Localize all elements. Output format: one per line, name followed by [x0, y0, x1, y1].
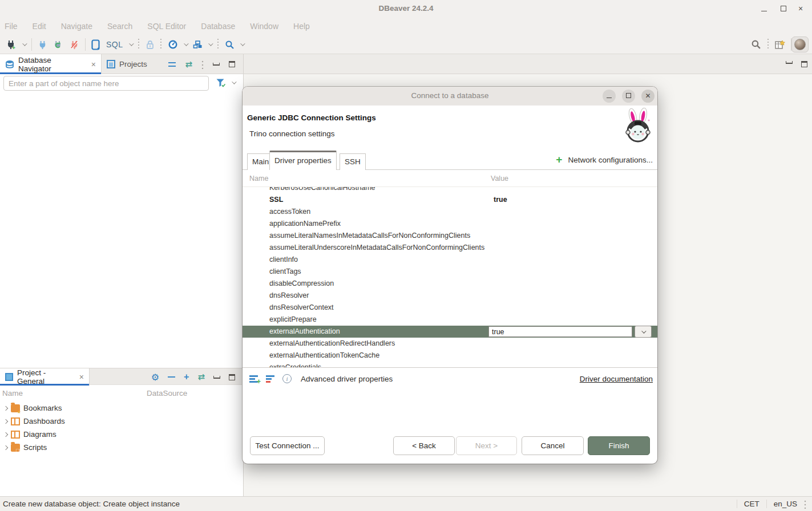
- view-menu-icon[interactable]: [201, 60, 204, 69]
- disconnect-icon[interactable]: [70, 40, 79, 50]
- tab-project-general[interactable]: Project - General ×: [0, 368, 90, 386]
- tab-database-navigator[interactable]: Database Navigator ×: [0, 54, 102, 74]
- tree-item-diagrams[interactable]: Diagrams: [0, 428, 243, 441]
- dialog-maximize-button[interactable]: [622, 90, 635, 103]
- property-row[interactable]: externalAuthentication: [243, 326, 657, 338]
- menu-navigate[interactable]: Navigate: [61, 22, 92, 31]
- property-value-dropdown-button[interactable]: [635, 326, 652, 338]
- add-property-icon[interactable]: +: [249, 375, 259, 383]
- property-value-editor[interactable]: [488, 326, 632, 337]
- menu-window[interactable]: Window: [250, 22, 278, 31]
- property-row[interactable]: explicitPrepare: [243, 314, 657, 326]
- global-search-icon[interactable]: [751, 39, 761, 50]
- test-connection-button[interactable]: Test Connection ...: [250, 436, 325, 455]
- dialog-title-bar[interactable]: Connect to a database ✕: [243, 87, 657, 106]
- user-avatar: [794, 39, 806, 50]
- column-header-name[interactable]: Name: [2, 389, 23, 398]
- driver-manager-dropdown-icon[interactable]: [208, 41, 213, 46]
- collapse-all-icon[interactable]: [168, 62, 176, 67]
- column-header-value[interactable]: Value: [491, 175, 508, 182]
- panel-minimize-icon[interactable]: [213, 63, 220, 66]
- next-button[interactable]: Next >: [456, 436, 517, 455]
- property-row[interactable]: externalAuthenticationRedirectHandlers: [243, 338, 657, 350]
- tab-close-icon[interactable]: ×: [91, 60, 96, 69]
- network-configurations-button[interactable]: + Network configurations...: [556, 155, 653, 164]
- menu-file[interactable]: File: [5, 22, 18, 31]
- status-locale[interactable]: en_US: [766, 500, 804, 508]
- reconnect-icon[interactable]: [53, 40, 64, 50]
- new-connection-dropdown-icon[interactable]: [22, 41, 27, 46]
- chevron-right-icon[interactable]: [3, 432, 8, 436]
- bookmark-table-icon[interactable]: [774, 39, 785, 50]
- editor-minimize-icon[interactable]: [786, 61, 793, 64]
- dashboard-dropdown-icon[interactable]: [184, 41, 188, 46]
- filter-dropdown-icon[interactable]: [232, 79, 236, 84]
- tab-ssh[interactable]: SSH: [340, 153, 366, 170]
- menu-help[interactable]: Help: [293, 22, 310, 31]
- object-filter-input[interactable]: [3, 76, 209, 91]
- property-row[interactable]: assumeLiteralNamesInMetadataCallsForNonC…: [243, 230, 657, 242]
- search-dropdown-icon[interactable]: [240, 41, 245, 46]
- search-icon[interactable]: [225, 40, 235, 50]
- tree-item-dashboards[interactable]: Dashboards: [0, 415, 243, 428]
- property-row[interactable]: clientInfo: [243, 254, 657, 266]
- panel-maximize-icon[interactable]: [229, 61, 235, 67]
- property-row[interactable]: dnsResolverContext: [243, 302, 657, 314]
- dialog-minimize-button[interactable]: [603, 90, 616, 103]
- property-row[interactable]: extraCredentials: [243, 362, 657, 368]
- finish-button[interactable]: Finish: [588, 436, 650, 455]
- status-handle-icon[interactable]: [804, 500, 806, 509]
- property-row[interactable]: clientTags: [243, 266, 657, 278]
- property-row[interactable]: disableCompression: [243, 278, 657, 290]
- tab-close-icon[interactable]: ×: [79, 372, 84, 382]
- link-with-editor-icon[interactable]: ⇄: [197, 372, 205, 382]
- back-button[interactable]: < Back: [393, 436, 455, 455]
- window-maximize-button[interactable]: [777, 2, 790, 15]
- expand-icon[interactable]: +: [184, 372, 189, 382]
- remove-property-icon[interactable]: [266, 375, 276, 383]
- collapse-all-icon[interactable]: [168, 376, 175, 378]
- tree-item-scripts[interactable]: Scripts: [0, 441, 243, 454]
- menu-edit[interactable]: Edit: [33, 22, 46, 31]
- panel-maximize-icon[interactable]: [229, 374, 235, 380]
- property-row[interactable]: assumeLiteralUnderscoreInMetadataCallsFo…: [243, 242, 657, 254]
- menu-sql-editor[interactable]: SQL Editor: [147, 22, 186, 31]
- chevron-right-icon[interactable]: [3, 419, 8, 423]
- link-with-editor-icon[interactable]: ⇄: [185, 59, 192, 70]
- status-timezone[interactable]: CET: [737, 500, 766, 508]
- editor-maximize-icon[interactable]: [801, 61, 807, 67]
- filter-funnel-icon[interactable]: [216, 78, 226, 88]
- property-row[interactable]: SSLtrue: [243, 194, 657, 206]
- panel-minimize-icon[interactable]: [213, 376, 220, 379]
- property-row[interactable]: dnsResolver: [243, 290, 657, 302]
- dashboard-icon[interactable]: [168, 39, 178, 50]
- cancel-button[interactable]: Cancel: [522, 436, 584, 455]
- tab-driver-properties[interactable]: Driver properties: [269, 151, 337, 170]
- window-close-button[interactable]: ×: [794, 2, 807, 15]
- column-header-datasource[interactable]: DataSource: [147, 389, 187, 398]
- window-minimize-button[interactable]: [757, 2, 771, 15]
- driver-manager-icon[interactable]: [193, 40, 203, 50]
- user-profile-button[interactable]: [791, 36, 809, 52]
- property-row[interactable]: accessToken: [243, 206, 657, 218]
- project-icon: [5, 373, 13, 381]
- column-header-name[interactable]: Name: [249, 175, 268, 182]
- new-connection-icon[interactable]: +: [6, 39, 17, 50]
- menu-search[interactable]: Search: [107, 22, 132, 31]
- tree-item-bookmarks[interactable]: Bookmarks: [0, 402, 243, 415]
- property-row[interactable]: applicationNamePrefix: [243, 218, 657, 230]
- property-row[interactable]: KerberosUseCanonicalHostname: [243, 187, 657, 194]
- property-row[interactable]: externalAuthenticationTokenCache: [243, 350, 657, 362]
- tab-projects[interactable]: Projects: [102, 54, 152, 74]
- projects-icon: [107, 60, 115, 68]
- driver-documentation-link[interactable]: Driver documentation: [580, 375, 653, 383]
- menu-database[interactable]: Database: [201, 22, 235, 31]
- connect-icon[interactable]: [38, 40, 47, 50]
- sql-editor-label[interactable]: SQL: [106, 40, 123, 49]
- sql-editor-icon[interactable]: [91, 39, 100, 50]
- dialog-close-button[interactable]: ✕: [641, 90, 655, 103]
- chevron-right-icon[interactable]: [3, 405, 8, 410]
- chevron-right-icon[interactable]: [3, 445, 8, 449]
- settings-gear-icon[interactable]: ⚙: [151, 372, 159, 383]
- sql-dropdown-icon[interactable]: [129, 41, 134, 46]
